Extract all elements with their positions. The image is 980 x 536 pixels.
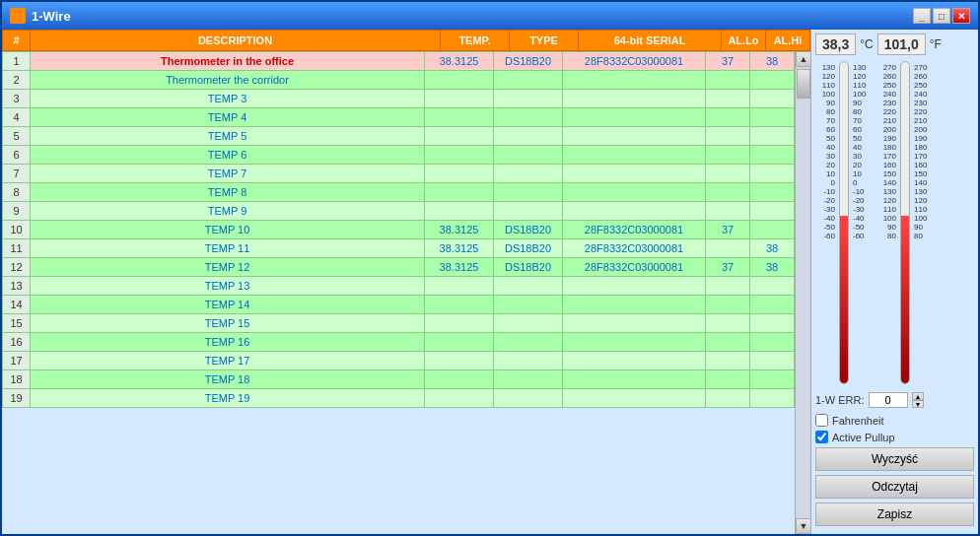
table-row[interactable]: 2Thermometer the corridor bbox=[3, 71, 795, 90]
table-row[interactable]: 17TEMP 17 bbox=[3, 352, 795, 370]
table-row[interactable]: 10TEMP 1038.3125DS18B2028F8332C030000813… bbox=[3, 221, 795, 239]
thermometer-fahrenheit bbox=[898, 61, 912, 384]
cell-type bbox=[494, 296, 563, 314]
active-pullup-checkbox[interactable] bbox=[815, 431, 828, 443]
table-row[interactable]: 4TEMP 4 bbox=[3, 108, 795, 127]
cell-serial: 28F8332C03000081 bbox=[563, 258, 706, 277]
cell-alhi bbox=[750, 314, 795, 333]
cell-desc: TEMP 8 bbox=[31, 183, 425, 202]
cell-temp bbox=[425, 71, 494, 90]
table-row[interactable]: 13TEMP 13 bbox=[3, 277, 795, 296]
therm-fill-celsius bbox=[840, 216, 848, 383]
cell-desc: Thermometer the corridor bbox=[31, 71, 425, 90]
table-row[interactable]: 7TEMP 7 bbox=[3, 165, 795, 183]
minimize-button[interactable]: _ bbox=[913, 8, 931, 24]
table-row[interactable]: 3TEMP 3 bbox=[3, 90, 795, 108]
table-row[interactable]: 6TEMP 6 bbox=[3, 146, 795, 165]
cell-type bbox=[494, 277, 563, 296]
cell-type bbox=[494, 146, 563, 165]
cell-serial: 28F8332C03000081 bbox=[563, 221, 706, 239]
cell-temp: 38.3125 bbox=[425, 239, 494, 258]
cell-desc: TEMP 5 bbox=[31, 127, 425, 146]
fahrenheit-checkbox[interactable] bbox=[815, 414, 828, 427]
table-row[interactable]: 19TEMP 19 bbox=[3, 389, 795, 408]
clear-button[interactable]: Wyczyść bbox=[815, 447, 974, 471]
save-button[interactable]: Zapisz bbox=[815, 502, 974, 526]
cell-allo bbox=[706, 202, 750, 221]
app-icon bbox=[10, 8, 26, 24]
scroll-up-button[interactable]: ▲ bbox=[796, 51, 810, 67]
cell-type: DS18B20 bbox=[494, 221, 563, 239]
scroll-thumb[interactable] bbox=[797, 69, 810, 99]
scale-celsius-left: 130 120 110 100 90 80 70 60 50 40 30 20 … bbox=[815, 63, 835, 384]
cell-temp bbox=[425, 277, 494, 296]
cell-serial bbox=[563, 127, 706, 146]
cell-type: DS18B20 bbox=[494, 239, 563, 258]
cell-num: 3 bbox=[3, 90, 31, 108]
cell-alhi bbox=[750, 183, 795, 202]
read-button[interactable]: Odczytaj bbox=[815, 475, 974, 499]
cell-temp bbox=[425, 333, 494, 352]
cell-serial bbox=[563, 370, 706, 389]
err-spin-up[interactable]: ▲ bbox=[912, 392, 925, 400]
table-row[interactable]: 16TEMP 16 bbox=[3, 333, 795, 352]
col-header-serial: 64-bit SERIAL bbox=[579, 31, 722, 51]
temp-display: 38,3 °C 101,0 °F bbox=[815, 34, 974, 55]
cell-type bbox=[494, 108, 563, 127]
close-button[interactable]: ✕ bbox=[952, 8, 970, 24]
cell-serial: 28F8332C03000081 bbox=[563, 52, 706, 71]
cell-desc: TEMP 16 bbox=[31, 333, 425, 352]
cell-serial bbox=[563, 277, 706, 296]
cell-type bbox=[494, 333, 563, 352]
col-header-temp: TEMP. bbox=[441, 31, 510, 51]
cell-type bbox=[494, 71, 563, 90]
cell-serial bbox=[563, 90, 706, 108]
cell-num: 16 bbox=[3, 333, 31, 352]
cell-serial bbox=[563, 333, 706, 352]
cell-allo bbox=[706, 108, 750, 127]
cell-alhi bbox=[750, 127, 795, 146]
cell-temp: 38.3125 bbox=[425, 221, 494, 239]
cell-serial bbox=[563, 146, 706, 165]
cell-serial bbox=[563, 165, 706, 183]
cell-num: 1 bbox=[3, 52, 31, 71]
table-row[interactable]: 14TEMP 14 bbox=[3, 296, 795, 314]
err-spin-down[interactable]: ▼ bbox=[912, 400, 925, 408]
table-row[interactable]: 8TEMP 8 bbox=[3, 183, 795, 202]
cell-alhi bbox=[750, 202, 795, 221]
data-body-table: 1Thermometer in the office38.3125DS18B20… bbox=[2, 51, 795, 408]
maximize-button[interactable]: □ bbox=[933, 8, 950, 24]
table-row[interactable]: 1Thermometer in the office38.3125DS18B20… bbox=[3, 52, 795, 71]
table-row[interactable]: 11TEMP 1138.3125DS18B2028F8332C030000813… bbox=[3, 239, 795, 258]
cell-desc: TEMP 13 bbox=[31, 277, 425, 296]
right-panel: 38,3 °C 101,0 °F 130 120 110 100 90 80 7… bbox=[810, 30, 978, 534]
cell-alhi bbox=[750, 108, 795, 127]
scroll-track[interactable] bbox=[796, 67, 810, 518]
cell-temp bbox=[425, 370, 494, 389]
cell-alhi bbox=[750, 71, 795, 90]
table-row[interactable]: 18TEMP 18 bbox=[3, 370, 795, 389]
cell-desc: TEMP 9 bbox=[31, 202, 425, 221]
cell-allo bbox=[706, 296, 750, 314]
table-row[interactable]: 15TEMP 15 bbox=[3, 314, 795, 333]
vertical-scrollbar[interactable]: ▲ ▼ bbox=[795, 51, 810, 534]
table-row[interactable]: 5TEMP 5 bbox=[3, 127, 795, 146]
cell-alhi: 38 bbox=[750, 258, 795, 277]
cell-num: 6 bbox=[3, 146, 31, 165]
cell-temp bbox=[425, 165, 494, 183]
err-input[interactable] bbox=[869, 392, 908, 408]
cell-alhi bbox=[750, 352, 795, 370]
scale-fahrenheit-right: 270 260 250 240 230 220 210 200 190 180 … bbox=[914, 63, 936, 384]
cell-alhi bbox=[750, 333, 795, 352]
scroll-down-button[interactable]: ▼ bbox=[796, 518, 810, 534]
cell-alhi bbox=[750, 277, 795, 296]
cell-allo bbox=[706, 389, 750, 408]
cell-type bbox=[494, 127, 563, 146]
cell-temp bbox=[425, 146, 494, 165]
therm-tube-fahrenheit bbox=[900, 61, 910, 384]
cell-temp bbox=[425, 352, 494, 370]
table-row[interactable]: 12TEMP 1238.3125DS18B2028F8332C030000813… bbox=[3, 258, 795, 277]
cell-desc: TEMP 12 bbox=[31, 258, 425, 277]
table-row[interactable]: 9TEMP 9 bbox=[3, 202, 795, 221]
cell-allo bbox=[706, 370, 750, 389]
